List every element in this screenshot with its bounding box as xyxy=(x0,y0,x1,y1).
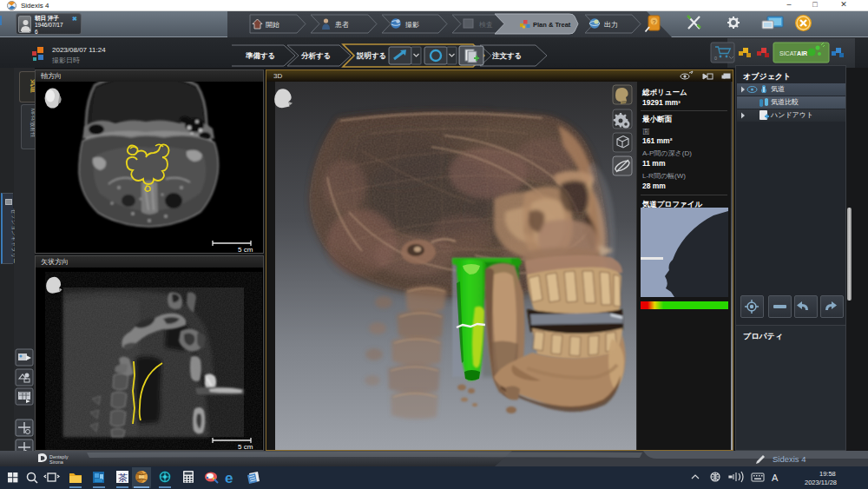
svg-text:0: 0 xyxy=(714,56,717,61)
svg-text:開始: 開始 xyxy=(266,21,279,29)
svg-text:?: ? xyxy=(653,19,656,25)
svg-text:出力: 出力 xyxy=(604,21,618,29)
svg-text:撮影: 撮影 xyxy=(405,21,419,29)
svg-text:分析する: 分析する xyxy=(300,51,331,60)
svg-text:検査: 検査 xyxy=(479,21,493,29)
svg-text:e: e xyxy=(225,470,233,486)
svg-text:19:58: 19:58 xyxy=(819,470,836,478)
svg-text:セッションギャラリー: セッションギャラリー xyxy=(10,208,15,263)
svg-text:説明する: 説明する xyxy=(356,51,386,60)
svg-text:Sirona: Sirona xyxy=(49,459,64,465)
svg-text:Plan & Treat: Plan & Treat xyxy=(533,21,571,29)
svg-text:SICATAIR: SICATAIR xyxy=(779,50,807,56)
svg-text:A: A xyxy=(772,472,779,483)
svg-text:5 cm: 5 cm xyxy=(238,443,253,450)
svg-text:準備する: 準備する xyxy=(245,51,275,60)
svg-text:患者: 患者 xyxy=(334,21,349,29)
svg-text:茶: 茶 xyxy=(118,472,128,483)
svg-text:2023/11/28: 2023/11/28 xyxy=(805,479,837,486)
svg-text:5 cm: 5 cm xyxy=(238,246,253,253)
svg-text:注文する: 注文する xyxy=(491,51,522,60)
svg-text:Sidexis 4: Sidexis 4 xyxy=(773,454,806,464)
